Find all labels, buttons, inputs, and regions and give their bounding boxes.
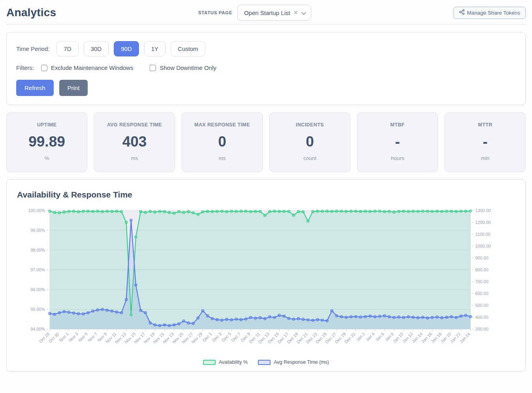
show-downtime-checkbox[interactable] bbox=[150, 65, 156, 71]
print-button[interactable]: Print bbox=[59, 80, 88, 96]
time-period-label: Time Period: bbox=[16, 45, 49, 52]
time-period-90d-button[interactable]: 90D bbox=[114, 41, 139, 56]
chart-panel: Availability & Response Time 94.00%95.00… bbox=[6, 179, 526, 372]
status-page-selected-value: Open Startup List bbox=[244, 9, 290, 16]
stat-label: MAX RESPONSE TIME bbox=[185, 122, 259, 128]
svg-text:Jan 4: Jan 4 bbox=[365, 331, 375, 342]
show-downtime-label: Show Downtime Only bbox=[160, 64, 216, 71]
svg-text:700.00: 700.00 bbox=[475, 279, 488, 284]
filter-panel: Time Period: 7D 30D 90D 1Y Custom Filter… bbox=[6, 32, 526, 105]
svg-text:600.00: 600.00 bbox=[475, 291, 488, 296]
stat-card-uptime: UPTIME 99.89 % bbox=[6, 112, 87, 172]
svg-text:Oct 30: Oct 30 bbox=[48, 331, 60, 344]
exclude-maintenance-group: Exclude Maintenance Windows bbox=[41, 64, 133, 71]
svg-text:Dec 1: Dec 1 bbox=[201, 331, 213, 343]
svg-text:1000.00: 1000.00 bbox=[475, 244, 491, 248]
stat-value: - bbox=[361, 134, 434, 150]
svg-text:800.00: 800.00 bbox=[475, 267, 488, 272]
stat-unit: hours bbox=[361, 155, 434, 161]
svg-text:300.00: 300.00 bbox=[475, 327, 488, 331]
svg-text:1100.00: 1100.00 bbox=[475, 232, 490, 237]
response-swatch-icon bbox=[258, 360, 271, 365]
filters-label: Filters: bbox=[16, 64, 34, 71]
stat-label: INCIDENTS bbox=[273, 122, 347, 128]
stat-card-avg-response: AVG RESPONSE TIME 403 ms bbox=[94, 112, 175, 172]
svg-text:Nov 3: Nov 3 bbox=[68, 331, 79, 343]
stat-label: AVG RESPONSE TIME bbox=[98, 122, 171, 128]
svg-text:Dec 7: Dec 7 bbox=[230, 331, 242, 343]
svg-text:Nov 7: Nov 7 bbox=[87, 331, 98, 343]
stat-value: 0 bbox=[273, 134, 347, 150]
status-page-label: STATUS PAGE bbox=[198, 10, 232, 15]
svg-text:98.00%: 98.00% bbox=[30, 248, 45, 252]
stat-label: MTTR bbox=[448, 122, 522, 128]
time-period-row: Time Period: 7D 30D 90D 1Y Custom bbox=[16, 41, 516, 56]
stat-card-mttr: MTTR - min bbox=[445, 112, 526, 172]
stat-unit: ms bbox=[185, 155, 259, 161]
availability-response-chart: 94.00%95.00%96.00%97.00%98.00%99.00%100.… bbox=[16, 205, 516, 359]
svg-text:Jan 2: Jan 2 bbox=[355, 331, 366, 342]
stat-label: MTBF bbox=[361, 122, 434, 128]
svg-text:96.00%: 96.00% bbox=[30, 287, 45, 292]
time-period-custom-button[interactable]: Custom bbox=[171, 41, 205, 56]
svg-text:900.00: 900.00 bbox=[475, 256, 488, 260]
stats-row: UPTIME 99.89 % AVG RESPONSE TIME 403 ms … bbox=[6, 112, 526, 172]
legend-label-availability: Availability % bbox=[219, 359, 248, 365]
status-page-selector-group: STATUS PAGE Open Startup List ✕ bbox=[198, 5, 311, 21]
stat-value: 403 bbox=[98, 134, 171, 150]
availability-swatch-icon bbox=[203, 360, 216, 365]
stat-label: UPTIME bbox=[10, 122, 84, 128]
svg-text:400.00: 400.00 bbox=[475, 315, 488, 320]
stat-card-incidents: INCIDENTS 0 count bbox=[269, 112, 350, 172]
svg-text:97.00%: 97.00% bbox=[30, 267, 45, 272]
svg-text:Dec 5: Dec 5 bbox=[221, 331, 232, 343]
exclude-maintenance-label: Exclude Maintenance Windows bbox=[51, 64, 133, 71]
svg-text:94.00%: 94.00% bbox=[30, 327, 45, 331]
stat-value: 0 bbox=[185, 134, 259, 150]
svg-text:Jan 6: Jan 6 bbox=[374, 331, 385, 342]
svg-text:Oct 28: Oct 28 bbox=[38, 331, 50, 344]
stat-card-mtbf: MTBF - hours bbox=[357, 112, 438, 172]
time-period-1y-button[interactable]: 1Y bbox=[144, 41, 165, 56]
svg-text:500.00: 500.00 bbox=[475, 303, 488, 308]
page-title: Analytics bbox=[6, 6, 56, 19]
chart-legend: Availability % Avg Response Time (ms) bbox=[16, 359, 516, 365]
legend-item-availability: Availability % bbox=[203, 359, 248, 365]
chevron-down-icon bbox=[301, 9, 306, 16]
stat-value: - bbox=[448, 134, 522, 150]
header: Analytics STATUS PAGE Open Startup List … bbox=[0, 0, 532, 23]
clear-icon[interactable]: ✕ bbox=[293, 10, 298, 15]
show-downtime-group: Show Downtime Only bbox=[150, 64, 216, 71]
stat-unit: count bbox=[273, 155, 347, 161]
svg-text:95.00%: 95.00% bbox=[30, 307, 45, 312]
svg-text:Jan 24: Jan 24 bbox=[459, 331, 471, 344]
svg-text:Dec 3: Dec 3 bbox=[211, 331, 223, 343]
share-icon bbox=[459, 9, 465, 16]
analytics-page: Analytics STATUS PAGE Open Startup List … bbox=[0, 0, 532, 372]
chart-title: Availability & Response Time bbox=[17, 190, 516, 199]
svg-text:99.00%: 99.00% bbox=[30, 228, 45, 233]
stat-card-max-response: MAX RESPONSE TIME 0 ms bbox=[182, 112, 263, 172]
filters-row: Filters: Exclude Maintenance Windows Sho… bbox=[16, 64, 516, 71]
manage-share-tokens-button[interactable]: Manage Share Tokens bbox=[453, 7, 526, 19]
svg-text:1300.00: 1300.00 bbox=[475, 208, 491, 213]
manage-share-tokens-label: Manage Share Tokens bbox=[467, 10, 520, 16]
status-page-select[interactable]: Open Startup List ✕ bbox=[237, 5, 311, 21]
svg-text:100.00%: 100.00% bbox=[28, 208, 45, 213]
stat-value: 99.89 bbox=[10, 134, 84, 150]
time-period-7d-button[interactable]: 7D bbox=[56, 41, 78, 56]
header-divider bbox=[6, 24, 526, 25]
actions-row: Refresh Print bbox=[16, 80, 516, 96]
refresh-button[interactable]: Refresh bbox=[16, 80, 54, 96]
svg-text:1200.00: 1200.00 bbox=[475, 220, 491, 225]
legend-item-response: Avg Response Time (ms) bbox=[258, 359, 329, 365]
legend-label-response: Avg Response Time (ms) bbox=[274, 359, 329, 365]
exclude-maintenance-checkbox[interactable] bbox=[41, 65, 47, 71]
stat-unit: min bbox=[448, 155, 522, 161]
time-period-30d-button[interactable]: 30D bbox=[84, 41, 109, 56]
stat-unit: % bbox=[10, 155, 84, 161]
svg-text:Nov 1: Nov 1 bbox=[58, 331, 70, 343]
svg-text:Nov 5: Nov 5 bbox=[77, 331, 89, 343]
stat-unit: ms bbox=[98, 155, 171, 161]
